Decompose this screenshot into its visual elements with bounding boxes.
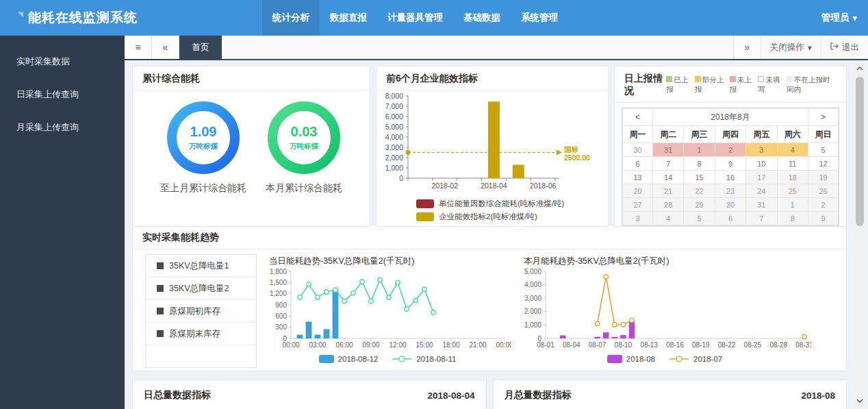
calendar-day-cell[interactable]: 6 <box>623 157 653 171</box>
scrollbar-thumb[interactable] <box>856 77 864 226</box>
svg-text:1,500: 1,500 <box>270 279 287 286</box>
calendar-day-cell[interactable]: 16 <box>715 171 745 184</box>
calendar-day-cell[interactable]: 25 <box>777 184 808 198</box>
calendar-day-cell[interactable]: 2 <box>808 198 839 212</box>
report-calendar: <2018年8月>周一周二周三周四周五周六周日30311234567891011… <box>622 108 839 226</box>
calendar-day-cell[interactable]: 7 <box>746 212 777 225</box>
calendar-day-cell[interactable]: 27 <box>623 198 653 212</box>
close-operations-dropdown[interactable]: 关闭操作 ▾ <box>761 36 821 59</box>
logout-button[interactable]: 退出 <box>821 36 868 59</box>
svg-text:2018-04: 2018-04 <box>481 182 507 190</box>
donut-gauge-0: 1.09 万吨标煤 至上月累计综合能耗 <box>160 100 246 195</box>
svg-text:8,000: 8,000 <box>385 92 403 100</box>
calendar-day-cell[interactable]: 7 <box>653 157 684 171</box>
scroll-down-icon[interactable] <box>853 395 867 406</box>
calendar-day-cell[interactable]: 28 <box>653 198 684 212</box>
calendar-day-cell[interactable]: 30 <box>715 198 745 212</box>
calendar-day-cell[interactable]: 14 <box>653 171 684 184</box>
month-trend-legend: 2018-082018-07 <box>518 355 811 363</box>
svg-text:6,000: 6,000 <box>385 112 403 121</box>
cumulative-energy-card: 累计综合能耗 1.09 万吨标煤 至上月累计综合能耗 0.03 万吨标煤 本月累… <box>132 66 370 227</box>
nav-item-1[interactable]: 数据直报 <box>320 0 377 36</box>
calendar-day-cell[interactable]: 29 <box>684 198 715 212</box>
top-nav: 统计分析数据直报计量器具管理基础数据系统管理 <box>262 0 568 36</box>
scroll-up-icon[interactable] <box>853 63 867 74</box>
calendar-next-button[interactable]: > <box>808 109 839 126</box>
calendar-day-cell[interactable]: 30 <box>623 143 653 157</box>
calendar-day-cell[interactable]: 17 <box>746 171 777 184</box>
calendar-day-cell[interactable]: 8 <box>684 157 715 171</box>
calendar-day-cell[interactable]: 3 <box>746 143 777 157</box>
chart-title: 本月能耗趋势-35KV总降电量2(千瓦时) <box>524 256 811 267</box>
calendar-day-cell[interactable]: 24 <box>746 184 777 198</box>
calendar-day-cell[interactable]: 21 <box>653 184 684 198</box>
square-bullet-icon <box>157 262 164 269</box>
calendar-day-cell[interactable]: 22 <box>684 184 715 198</box>
calendar-day-cell[interactable]: 4 <box>777 143 808 157</box>
svg-text:3,000: 3,000 <box>524 295 541 302</box>
calendar-day-cell[interactable]: 3 <box>623 212 653 225</box>
nav-item-4[interactable]: 系统管理 <box>511 0 568 36</box>
realtime-trend-card: 实时采集能耗趋势 35KV总降电量135KV总降电量2原煤期初库存原煤期末库存 … <box>132 225 847 371</box>
calendar-day-cell[interactable]: 4 <box>653 212 684 225</box>
svg-text:4,000: 4,000 <box>385 133 403 141</box>
calendar-prev-button[interactable]: < <box>623 109 653 126</box>
calendar-day-cell[interactable]: 31 <box>746 198 777 212</box>
calendar-day-cell[interactable]: 12 <box>808 157 839 171</box>
calendar-day-cell[interactable]: 5 <box>684 212 715 225</box>
tab-home[interactable]: 首页 <box>179 36 222 59</box>
close-operations-label: 关闭操作 <box>770 42 804 53</box>
calendar-day-cell[interactable]: 9 <box>715 157 745 171</box>
meter-list-item-3[interactable]: 原煤期末库存 <box>146 323 256 345</box>
card-title: 前6个月企业能效指标 <box>386 73 478 85</box>
card-title: 月总量数据指标 <box>505 389 572 401</box>
svg-text:08-13: 08-13 <box>640 341 658 349</box>
meter-list-item-1[interactable]: 35KV总降电量2 <box>146 277 256 300</box>
calendar-day-cell[interactable]: 11 <box>777 157 808 171</box>
card-title: 累计综合能耗 <box>142 73 200 85</box>
calendar-day-cell[interactable]: 18 <box>777 171 808 184</box>
calendar-day-cell[interactable]: 26 <box>808 184 839 198</box>
chevron-down-icon: ▾ <box>852 12 857 23</box>
vertical-scrollbar[interactable] <box>853 60 867 409</box>
calendar-day-cell[interactable]: 31 <box>653 143 684 157</box>
meter-list-item-0[interactable]: 35KV总降电量1 <box>146 255 256 277</box>
sidebar-item-0[interactable]: 实时采集数据 <box>0 45 125 78</box>
calendar-day-cell[interactable]: 6 <box>715 212 745 225</box>
user-menu[interactable]: 管理员 ▾ <box>821 0 857 36</box>
efficiency-chart-card: 前6个月企业能效指标 01,0002,0003,0004,0005,0006,0… <box>376 66 609 227</box>
svg-text:08-07: 08-07 <box>589 341 607 349</box>
calendar-day-cell[interactable]: 1 <box>684 143 715 157</box>
calendar-day-cell[interactable]: 20 <box>623 184 653 198</box>
donut-ring: 1.09 万吨标煤 <box>166 100 241 175</box>
calendar-day-cell[interactable]: 9 <box>808 212 839 225</box>
sidebar-item-1[interactable]: 日采集上传查询 <box>0 78 125 111</box>
sidebar-item-2[interactable]: 月采集上传查询 <box>0 111 125 144</box>
calendar-status-legend: 已上报部分上报未上报未填写不在上报时间内 <box>666 75 837 95</box>
tabs-scroll-left-button[interactable]: « <box>152 36 179 59</box>
calendar-day-cell[interactable]: 5 <box>808 143 839 157</box>
svg-text:08-31: 08-31 <box>795 341 811 349</box>
calendar-day-cell[interactable]: 1 <box>777 198 808 212</box>
calendar-day-cell[interactable]: 8 <box>777 212 808 225</box>
card-title: 日总量数据指标 <box>144 389 211 401</box>
calendar-day-cell[interactable]: 19 <box>808 171 839 184</box>
calendar-day-cell[interactable]: 13 <box>623 171 653 184</box>
calendar-day-cell[interactable]: 15 <box>684 171 715 184</box>
calendar-day-cell[interactable]: 10 <box>746 157 777 171</box>
tabs-scroll-right-button[interactable]: » <box>733 36 761 59</box>
nav-item-0[interactable]: 统计分析 <box>262 0 320 36</box>
calendar-weekday: 周三 <box>684 126 715 143</box>
calendar-day-cell[interactable]: 23 <box>715 184 745 198</box>
svg-text:5,000: 5,000 <box>385 123 403 131</box>
nav-item-3[interactable]: 基础数据 <box>453 0 511 36</box>
meter-list-item-2[interactable]: 原煤期初库存 <box>146 300 256 323</box>
sidebar-toggle-button[interactable]: ≡ <box>125 36 152 59</box>
calendar-day-cell[interactable]: 2 <box>715 143 745 157</box>
card-title: 日上报情况 <box>624 73 666 97</box>
svg-text:900: 900 <box>275 301 287 309</box>
calendar-weekday: 周日 <box>808 126 839 143</box>
nav-item-2[interactable]: 计量器具管理 <box>377 0 453 36</box>
legend-bar-series: 2018-08-12 <box>319 355 379 363</box>
svg-text:08-19: 08-19 <box>692 341 710 349</box>
